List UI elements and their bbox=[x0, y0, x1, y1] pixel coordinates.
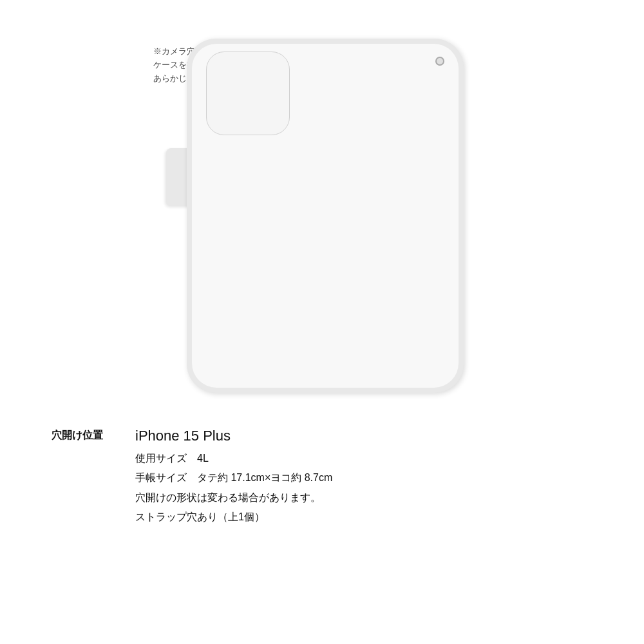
info-section: 穴開け位置 iPhone 15 Plus 使用サイズ 4L 手帳サイズ タテ約 … bbox=[0, 412, 644, 644]
device-name: iPhone 15 Plus bbox=[135, 425, 592, 446]
case-body bbox=[187, 39, 464, 393]
case-illustration: ※カメラ穴の横ならびに上部は ケースを接着しておりません。 あらかじめご了承くだ… bbox=[0, 0, 644, 412]
shape-note: 穴開けの形状は変わる場合があります。 bbox=[135, 488, 592, 507]
hole-position-label: 穴開け位置 bbox=[52, 425, 135, 445]
page-container: ※カメラ穴の横ならびに上部は ケースを接着しておりません。 あらかじめご了承くだ… bbox=[0, 0, 644, 644]
size-label: 使用サイズ 4L bbox=[135, 449, 592, 468]
camera-cutout bbox=[206, 52, 290, 135]
strap-note: ストラップ穴あり（上1個） bbox=[135, 507, 592, 527]
strap-hole bbox=[435, 57, 444, 66]
info-data-col: iPhone 15 Plus 使用サイズ 4L 手帳サイズ タテ約 17.1cm… bbox=[135, 425, 592, 527]
dimensions-label: 手帳サイズ タテ約 17.1cm×ヨコ約 8.7cm bbox=[135, 468, 592, 488]
case-wrapper: ※カメラ穴の横ならびに上部は ケースを接着しておりません。 あらかじめご了承くだ… bbox=[135, 19, 509, 393]
